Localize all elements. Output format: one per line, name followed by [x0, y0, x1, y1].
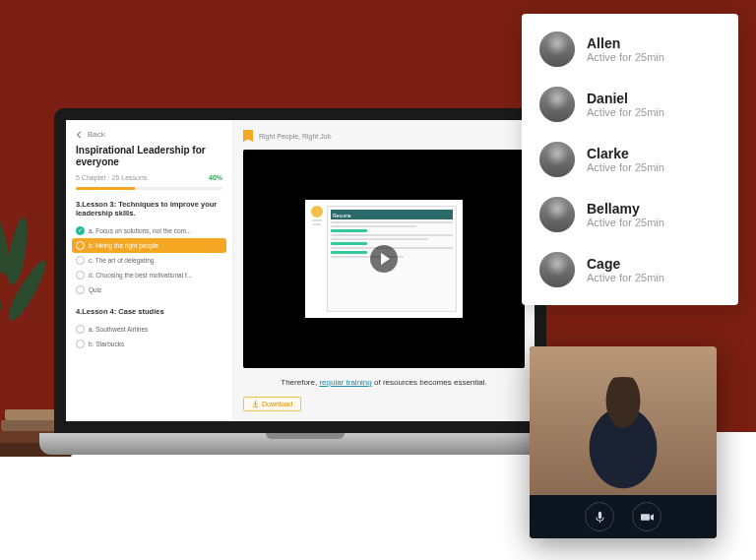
laptop: Back Inspirational Leadership for everyo… — [39, 108, 561, 482]
bookmark-icon[interactable] — [243, 130, 253, 142]
lesson-item[interactable]: Quiz — [76, 282, 222, 297]
camera-button[interactable] — [632, 502, 662, 531]
back-label: Back — [88, 130, 105, 139]
course-meta: 5 Chapter · 26 Lessons — [76, 174, 147, 181]
active-users-panel: AllenActive for 25minDanielActive for 25… — [522, 14, 738, 305]
lesson-4-head: 4.Lesson 4: Case studies — [76, 307, 222, 316]
user-row[interactable]: ClarkeActive for 25min — [522, 132, 738, 187]
video-caption: Therefore, regular training of resources… — [243, 374, 525, 391]
progress-bar — [76, 187, 222, 190]
lesson-item[interactable]: b. Hiring the right people — [72, 238, 226, 253]
course-title: Inspirational Leadership for everyone — [76, 145, 222, 168]
user-name: Allen — [587, 35, 664, 51]
lesson-item[interactable]: a. Focus on solutions, not the com... — [76, 223, 222, 238]
user-name: Cage — [587, 256, 664, 272]
video-player[interactable]: Resume — [243, 150, 525, 368]
user-status: Active for 25min — [587, 51, 664, 63]
lesson-item[interactable]: d. Choosing the best motivational f... — [76, 268, 222, 282]
user-name: Daniel — [587, 91, 664, 106]
progress-percent: 40% — [209, 174, 222, 181]
breadcrumb: Right People, Right Job — [259, 133, 332, 140]
lesson-item[interactable]: c. The art of delegating. — [76, 253, 222, 268]
avatar — [539, 31, 575, 67]
avatar — [539, 252, 575, 287]
call-video[interactable] — [530, 346, 717, 495]
user-row[interactable]: DanielActive for 25min — [522, 77, 738, 132]
course-sidebar: Back Inspirational Leadership for everyo… — [66, 120, 233, 421]
mic-button[interactable] — [585, 502, 614, 531]
lesson-3-head: 3.Lesson 3: Techniques to improve your l… — [76, 200, 222, 218]
back-button[interactable]: Back — [76, 130, 222, 139]
avatar — [539, 142, 575, 177]
user-status: Active for 25min — [587, 161, 664, 173]
user-status: Active for 25min — [587, 217, 664, 228]
avatar — [539, 197, 575, 232]
play-button[interactable] — [370, 245, 398, 273]
lesson-item[interactable]: b. Starbucks — [76, 337, 222, 351]
user-status: Active for 25min — [587, 272, 664, 283]
learning-app: Back Inspirational Leadership for everyo… — [66, 120, 535, 421]
user-name: Clarke — [587, 146, 664, 161]
user-status: Active for 25min — [587, 106, 664, 118]
video-call-widget — [530, 346, 717, 538]
user-row[interactable]: CageActive for 25min — [522, 242, 738, 297]
lesson-main: Right People, Right Job Resume — [233, 120, 535, 421]
user-name: Bellamy — [587, 201, 664, 217]
lesson-item[interactable]: a. Southwest Airlines — [76, 322, 222, 337]
user-row[interactable]: BellamyActive for 25min — [522, 187, 738, 242]
user-row[interactable]: AllenActive for 25min — [522, 22, 738, 77]
download-button[interactable]: Download — [243, 397, 301, 411]
avatar — [539, 87, 575, 122]
